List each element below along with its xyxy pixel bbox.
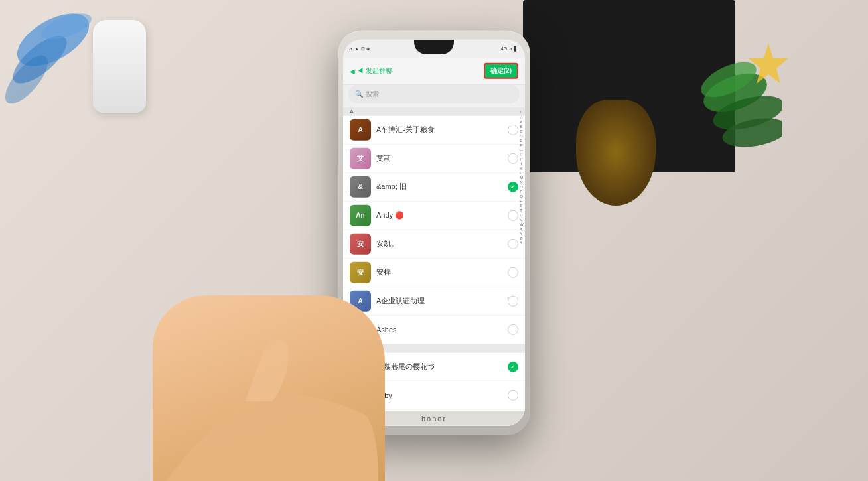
checkbox[interactable] [508, 324, 518, 334]
checkbox[interactable] [508, 124, 518, 135]
contact-name-ashes: Ashes [376, 325, 502, 333]
contact-item[interactable]: A A车博汇-关于粮食 [343, 115, 525, 144]
brand-label: honor [421, 414, 447, 422]
status-icons: ⊡ ◈ [361, 46, 370, 51]
svg-marker-8 [749, 43, 788, 84]
wifi-icon: ▲ [354, 46, 359, 51]
pinecone-decoration [576, 100, 656, 206]
search-bar[interactable]: 🔍 搜索 [348, 84, 520, 103]
contact-name: 安梓 [376, 267, 502, 277]
contact-item[interactable]: & &amp; 旧 ✓ [343, 172, 525, 201]
avatar: 艾 [350, 147, 371, 169]
index-letter[interactable]: V [520, 217, 524, 221]
status-right: 4G ⊿ ▊ [501, 46, 517, 51]
index-letter[interactable]: S [520, 203, 524, 207]
signal-icon: ⊿ [348, 46, 352, 51]
index-letter[interactable]: Q [520, 194, 524, 198]
index-letter[interactable]: G [520, 147, 524, 151]
checkbox[interactable] [508, 153, 518, 163]
index-letter[interactable]: J [520, 161, 524, 165]
nav-back-label: ◀ 发起群聊 [357, 66, 392, 76]
contact-name: bbby [376, 391, 502, 399]
contact-item[interactable]: An Andy 🔴 [343, 201, 525, 230]
avatar: 安 [350, 261, 371, 283]
index-letter[interactable]: H [520, 152, 524, 156]
index-letter[interactable]: ☆ [520, 114, 524, 119]
search-placeholder: 搜索 [366, 89, 379, 98]
vase-decoration [93, 20, 146, 113]
side-alphabet-index[interactable]: ↑ ☆ A B C D E F G H I J K L M N O P Q R [520, 107, 524, 425]
contact-item[interactable]: 安 安凯。 [343, 230, 525, 258]
checkbox[interactable] [508, 389, 518, 400]
index-letter[interactable]: T [520, 208, 524, 212]
contact-item[interactable]: 艾 艾莉 [343, 144, 525, 172]
avatar: & [350, 176, 371, 197]
contact-name: 巴黎巷尾の樱花づ [376, 362, 502, 372]
index-letter[interactable]: Y [520, 231, 524, 235]
index-letter[interactable]: P [520, 189, 524, 193]
section-header-a: A [343, 107, 525, 115]
avatar: An [350, 204, 371, 226]
phone-notch [414, 39, 454, 54]
index-letter[interactable]: C [520, 129, 524, 133]
contact-name: 艾莉 [376, 153, 502, 163]
confirm-button[interactable]: 确定(2) [484, 63, 518, 79]
contact-name: Andy 🔴 [376, 211, 502, 220]
checkbox-checked[interactable]: ✓ [508, 361, 518, 372]
battery-icon: 4G ⊿ ▊ [501, 46, 517, 51]
nav-bar: ◀ ◀ 发起群聊 确定(2) [343, 58, 525, 84]
contact-item[interactable]: 安 安梓 [343, 258, 525, 287]
scene: ⊿ ▲ ⊡ ◈ 4G ⊿ ▊ ◀ ◀ 发起群聊 确定(2) 🔍 搜索 [0, 0, 868, 481]
index-letter[interactable]: I [520, 157, 524, 161]
contact-name: &amp; 旧 [376, 182, 502, 192]
index-letter[interactable]: # [520, 240, 524, 244]
checkbox[interactable] [508, 295, 518, 306]
avatar: A [350, 119, 371, 140]
index-letter[interactable]: R [520, 198, 524, 202]
index-letter[interactable]: X [520, 226, 524, 230]
index-letter[interactable]: A [520, 119, 524, 123]
index-letter[interactable]: M [520, 175, 524, 179]
index-letter[interactable]: D [520, 133, 524, 137]
contact-name: A企业认证助理 [376, 296, 502, 306]
search-icon: 🔍 [355, 90, 363, 98]
index-letter[interactable]: L [520, 171, 524, 174]
avatar: 安 [350, 233, 371, 254]
index-letter[interactable]: B [520, 124, 524, 128]
index-letter[interactable]: N [520, 180, 524, 184]
index-letter[interactable]: F [520, 143, 524, 147]
back-arrow-icon: ◀ [350, 67, 355, 74]
checkbox[interactable] [508, 267, 518, 277]
contact-name: A车博汇-关于粮食 [376, 125, 502, 135]
back-button[interactable]: ◀ ◀ 发起群聊 [350, 66, 392, 76]
index-letter[interactable]: E [520, 138, 524, 142]
index-letter[interactable]: O [520, 184, 524, 188]
hand-overlay [153, 295, 385, 481]
checkbox[interactable] [508, 210, 518, 220]
index-letter[interactable]: K [520, 166, 524, 170]
index-letter[interactable]: Z [520, 236, 524, 240]
index-letter[interactable]: ↑ [520, 109, 524, 113]
index-letter[interactable]: U [520, 212, 524, 216]
status-left: ⊿ ▲ ⊡ ◈ [348, 46, 370, 51]
index-letter[interactable]: W [520, 222, 524, 226]
star-decoration [742, 40, 795, 93]
checkbox-checked[interactable]: ✓ [508, 181, 518, 192]
checkbox[interactable] [508, 238, 518, 249]
contact-name: 安凯。 [376, 239, 502, 249]
